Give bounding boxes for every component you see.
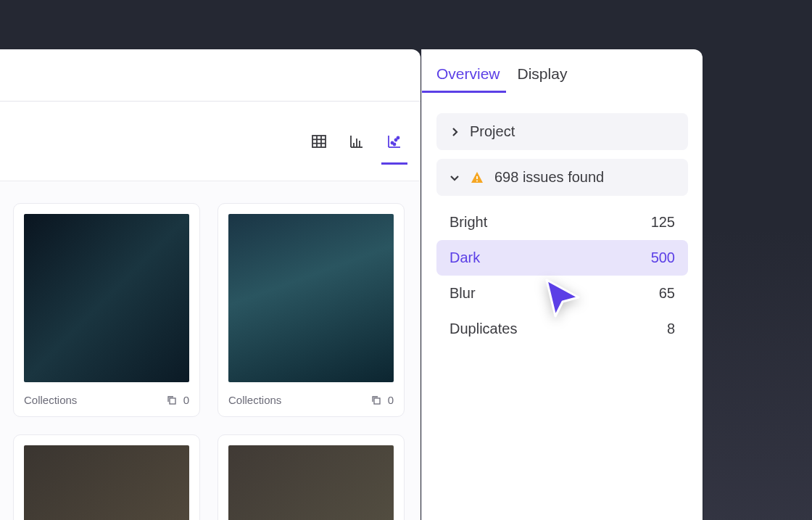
issue-name: Bright bbox=[450, 214, 487, 231]
issue-count: 125 bbox=[651, 214, 675, 231]
image-card[interactable]: Collections 0 bbox=[218, 203, 405, 417]
issue-item-blur[interactable]: Blur 65 bbox=[436, 276, 688, 311]
tab-overview[interactable]: Overview bbox=[436, 65, 500, 93]
tab-display[interactable]: Display bbox=[518, 65, 568, 93]
card-meta: 0 bbox=[166, 394, 189, 406]
svg-rect-16 bbox=[170, 398, 175, 404]
thumbnail-image bbox=[228, 445, 394, 520]
image-gallery: Collections 0 Collections bbox=[0, 181, 420, 520]
card-count: 0 bbox=[183, 394, 189, 406]
tab-bar: Overview Display bbox=[422, 49, 703, 93]
card-footer: Collections 0 bbox=[228, 394, 394, 406]
issue-list: Bright 125 Dark 500 Blur 65 Duplicates 8 bbox=[436, 205, 688, 347]
image-card[interactable]: Collections 0 bbox=[13, 203, 200, 417]
image-card[interactable] bbox=[218, 434, 405, 520]
header-spacer bbox=[0, 49, 420, 102]
issue-count: 500 bbox=[651, 249, 675, 266]
copy-icon bbox=[166, 395, 178, 406]
issues-section[interactable]: 698 issues found bbox=[436, 159, 688, 196]
image-card[interactable] bbox=[13, 434, 200, 520]
svg-point-14 bbox=[397, 136, 399, 139]
issues-label: 698 issues found bbox=[494, 169, 604, 186]
panel-content: Project 698 issues found Bright 125 Dark… bbox=[422, 93, 703, 367]
copy-icon bbox=[370, 395, 382, 406]
card-footer: Collections 0 bbox=[24, 394, 189, 406]
card-label: Collections bbox=[24, 394, 77, 406]
issue-name: Blur bbox=[450, 285, 476, 302]
card-count: 0 bbox=[388, 394, 394, 406]
project-section[interactable]: Project bbox=[436, 113, 688, 150]
issue-item-duplicates[interactable]: Duplicates 8 bbox=[436, 311, 688, 347]
svg-point-15 bbox=[394, 143, 396, 145]
warning-icon bbox=[470, 170, 484, 185]
svg-point-13 bbox=[395, 139, 397, 141]
issue-item-dark[interactable]: Dark 500 bbox=[436, 240, 688, 276]
issue-item-bright[interactable]: Bright 125 bbox=[436, 205, 688, 240]
project-label: Project bbox=[470, 123, 515, 140]
svg-rect-0 bbox=[312, 136, 326, 147]
bar-chart-icon[interactable] bbox=[348, 133, 365, 150]
issue-name: Dark bbox=[450, 249, 480, 266]
background-gradient bbox=[703, 230, 812, 520]
card-meta: 0 bbox=[370, 394, 394, 406]
thumbnail-image bbox=[24, 445, 189, 520]
svg-point-19 bbox=[476, 180, 478, 181]
issue-name: Duplicates bbox=[450, 321, 517, 337]
chevron-down-icon bbox=[450, 173, 460, 183]
thumbnail-image bbox=[228, 214, 394, 382]
thumbnail-image bbox=[24, 214, 189, 382]
view-toolbar bbox=[0, 102, 420, 181]
issue-count: 65 bbox=[659, 285, 675, 302]
main-panel: Collections 0 Collections bbox=[0, 49, 420, 520]
svg-rect-17 bbox=[374, 398, 380, 404]
card-label: Collections bbox=[228, 394, 281, 406]
scatter-view-icon[interactable] bbox=[386, 133, 403, 150]
side-panel: Overview Display Project 698 issues foun… bbox=[421, 49, 703, 520]
chevron-right-icon bbox=[450, 127, 460, 137]
issue-count: 8 bbox=[667, 321, 675, 337]
grid-view-icon[interactable] bbox=[310, 133, 328, 150]
